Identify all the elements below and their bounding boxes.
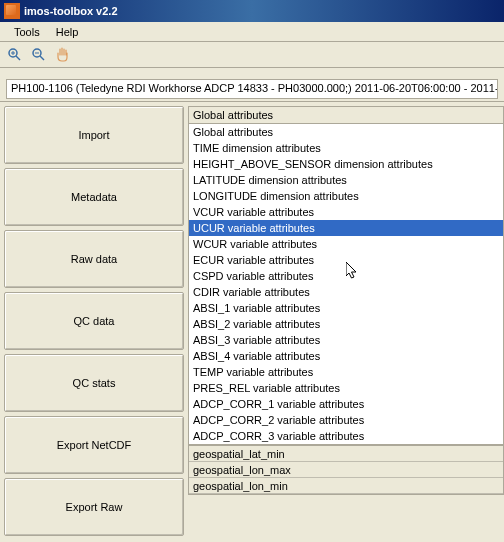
metadata-button[interactable]: Metadata <box>4 168 184 226</box>
list-item[interactable]: PRES_REL variable attributes <box>189 380 503 396</box>
list-item[interactable]: ADCP_CORR_3 variable attributes <box>189 428 503 444</box>
list-item[interactable]: VCUR variable attributes <box>189 204 503 220</box>
list-item[interactable]: WCUR variable attributes <box>189 236 503 252</box>
list-item[interactable]: TEMP variable attributes <box>189 364 503 380</box>
import-button[interactable]: Import <box>4 106 184 164</box>
menubar: Tools Help <box>0 22 504 42</box>
list-item[interactable]: CSPD variable attributes <box>189 268 503 284</box>
list-item[interactable]: CDIR variable attributes <box>189 284 503 300</box>
right-panel: Global attributes Global attributesTIME … <box>188 102 504 540</box>
export-netcdf-button[interactable]: Export NetCDF <box>4 416 184 474</box>
window-title: imos-toolbox v2.2 <box>24 5 118 17</box>
list-item[interactable]: geospatial_lon_max <box>189 462 503 478</box>
menu-help[interactable]: Help <box>48 24 87 40</box>
geospatial-list[interactable]: geospatial_lat_mingeospatial_lon_maxgeos… <box>188 445 504 495</box>
qc-stats-button[interactable]: QC stats <box>4 354 184 412</box>
list-item[interactable]: ECUR variable attributes <box>189 252 503 268</box>
zoom-in-icon[interactable] <box>6 46 24 64</box>
list-item[interactable]: ADCP_CORR_1 variable attributes <box>189 396 503 412</box>
list-item[interactable]: ADCP_CORR_2 variable attributes <box>189 412 503 428</box>
list-item[interactable]: geospatial_lat_min <box>189 446 503 462</box>
toolbar <box>0 42 504 68</box>
list-item[interactable]: LATITUDE dimension attributes <box>189 172 503 188</box>
list-item[interactable]: ABSI_1 variable attributes <box>189 300 503 316</box>
svg-line-5 <box>40 56 44 60</box>
zoom-out-icon[interactable] <box>30 46 48 64</box>
export-raw-button[interactable]: Export Raw <box>4 478 184 536</box>
breadcrumb-bar: PH100-1106 (Teledyne RDI Workhorse ADCP … <box>0 76 504 102</box>
list-item[interactable]: LONGITUDE dimension attributes <box>189 188 503 204</box>
list-item[interactable]: ABSI_3 variable attributes <box>189 332 503 348</box>
left-panel: Import Metadata Raw data QC data QC stat… <box>0 102 188 540</box>
list-item[interactable]: ABSI_2 variable attributes <box>189 316 503 332</box>
breadcrumb-text[interactable]: PH100-1106 (Teledyne RDI Workhorse ADCP … <box>6 79 498 99</box>
titlebar: imos-toolbox v2.2 <box>0 0 504 22</box>
list-item[interactable]: UCUR variable attributes <box>189 220 503 236</box>
list-item[interactable]: geospatial_lon_min <box>189 478 503 494</box>
menu-tools[interactable]: Tools <box>6 24 48 40</box>
pan-icon[interactable] <box>54 46 72 64</box>
app-icon <box>4 3 20 19</box>
list-item[interactable]: HEIGHT_ABOVE_SENSOR dimension attributes <box>189 156 503 172</box>
main-area: Import Metadata Raw data QC data QC stat… <box>0 102 504 540</box>
raw-data-button[interactable]: Raw data <box>4 230 184 288</box>
attributes-list[interactable]: Global attributesTIME dimension attribut… <box>188 124 504 445</box>
list-item[interactable]: TIME dimension attributes <box>189 140 503 156</box>
svg-line-1 <box>16 56 20 60</box>
section-header: Global attributes <box>188 106 504 124</box>
qc-data-button[interactable]: QC data <box>4 292 184 350</box>
list-item[interactable]: ABSI_4 variable attributes <box>189 348 503 364</box>
list-item[interactable]: Global attributes <box>189 124 503 140</box>
